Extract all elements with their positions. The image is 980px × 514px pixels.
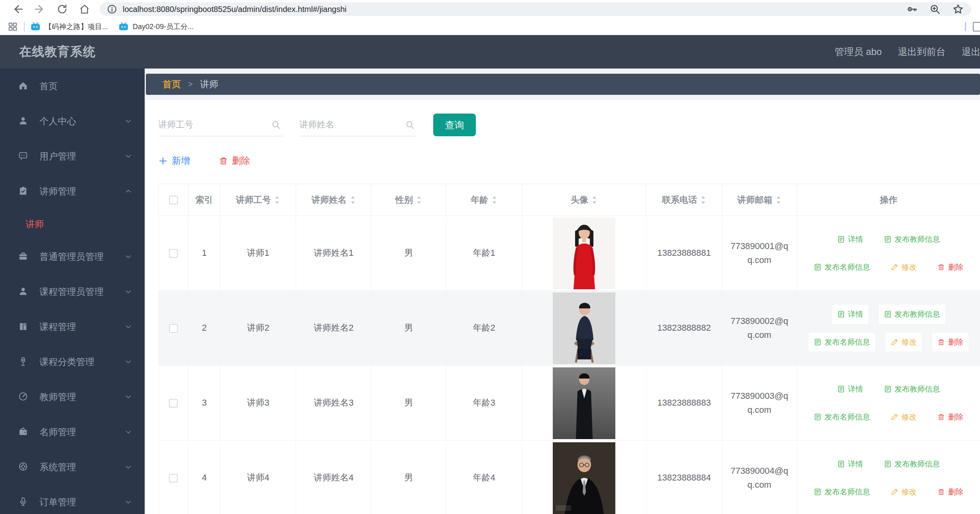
user2-icon bbox=[18, 286, 29, 297]
zoom-in-icon[interactable] bbox=[929, 3, 941, 15]
document-icon bbox=[884, 235, 892, 243]
app-header: 在线教育系统 管理员 abo 退出到前台 退出登录 bbox=[0, 35, 980, 69]
document-icon bbox=[814, 413, 821, 421]
edit-action[interactable]: 修改 bbox=[886, 408, 922, 426]
column-header-avatar[interactable]: 头像 bbox=[522, 184, 646, 216]
publish-teacher-action[interactable]: 发布教师信息 bbox=[879, 380, 945, 398]
sort-carets-icon[interactable] bbox=[350, 195, 356, 205]
chevron-down-icon bbox=[124, 152, 133, 161]
publish-famous-action[interactable]: 发布名师信息 bbox=[809, 408, 875, 426]
bookmark-star-icon[interactable] bbox=[952, 3, 964, 15]
column-header-email[interactable]: 讲师邮箱 bbox=[722, 184, 797, 216]
delete-action[interactable]: 删除 bbox=[932, 483, 968, 501]
sidebar-item-famous-teacher-mgmt[interactable]: 名师管理 bbox=[0, 414, 145, 449]
cell-checkbox[interactable] bbox=[159, 216, 189, 291]
column-header-gender[interactable]: 性别 bbox=[371, 184, 446, 216]
bookmark-day02[interactable]: Day02-09-员工分... bbox=[118, 22, 194, 31]
sidebar-item-label: 首页 bbox=[39, 80, 58, 92]
sort-carets-icon[interactable] bbox=[491, 195, 497, 205]
sidebar-item-admin-mgmt[interactable]: 普通管理员管理 bbox=[0, 239, 145, 274]
back-icon[interactable] bbox=[11, 3, 24, 16]
cell-checkbox[interactable] bbox=[159, 441, 189, 514]
row-checkbox[interactable] bbox=[169, 324, 178, 333]
sidebar-item-course-admin-mgmt[interactable]: 课程管理员管理 bbox=[0, 274, 145, 309]
detail-action[interactable]: 详情 bbox=[832, 380, 868, 398]
document-icon bbox=[884, 310, 892, 318]
edit-action[interactable]: 修改 bbox=[886, 483, 922, 501]
sidebar-item-user-mgmt[interactable]: 用户管理 bbox=[0, 139, 145, 174]
cell-checkbox[interactable] bbox=[159, 291, 189, 366]
add-button[interactable]: 新增 bbox=[158, 155, 190, 167]
row-checkbox[interactable] bbox=[169, 249, 178, 258]
edit-action[interactable]: 修改 bbox=[886, 258, 922, 277]
sort-carets-icon[interactable] bbox=[416, 195, 422, 205]
detail-action[interactable]: 详情 bbox=[832, 305, 868, 324]
search-icon bbox=[405, 120, 415, 130]
chevron-down-icon bbox=[124, 117, 133, 126]
sort-carets-icon[interactable] bbox=[274, 195, 280, 205]
sidebar-item-course-mgmt[interactable]: 课程管理 bbox=[0, 309, 145, 344]
sort-carets-icon[interactable] bbox=[776, 195, 782, 205]
home-button-icon[interactable] bbox=[78, 3, 91, 16]
row-checkbox[interactable] bbox=[169, 474, 178, 483]
cell-gonghao: 讲师1 bbox=[220, 216, 296, 291]
delete-selected-button[interactable]: 删除 bbox=[219, 155, 250, 167]
select-all-checkbox[interactable] bbox=[169, 196, 178, 204]
site-info-icon[interactable] bbox=[107, 4, 117, 14]
chevron-down-icon bbox=[124, 252, 133, 261]
sidebar-item-system-mgmt[interactable]: 系统管理 bbox=[0, 449, 145, 485]
sidebar-item-label: 普通管理员管理 bbox=[39, 251, 104, 263]
password-key-icon[interactable] bbox=[906, 3, 918, 15]
delete-action[interactable]: 删除 bbox=[932, 333, 968, 351]
query-button[interactable]: 查询 bbox=[433, 114, 476, 136]
cell-checkbox[interactable] bbox=[159, 366, 189, 441]
column-header-age[interactable]: 年龄 bbox=[446, 184, 522, 216]
publish-famous-action[interactable]: 发布名师信息 bbox=[809, 258, 875, 277]
sidebar-item-profile[interactable]: 个人中心 bbox=[0, 104, 145, 139]
sidebar-subitem-lecturer[interactable]: 讲师 bbox=[0, 209, 145, 239]
sort-carets-icon[interactable] bbox=[591, 195, 597, 205]
forward-icon[interactable] bbox=[33, 3, 46, 16]
cell-actions: 详情发布教师信息发布名师信息修改删除 bbox=[797, 291, 980, 366]
sort-carets-icon[interactable] bbox=[700, 195, 706, 205]
cell-index: 1 bbox=[189, 216, 220, 291]
sidebar-item-home[interactable]: 首页 bbox=[0, 69, 145, 104]
exit-to-front-link[interactable]: 退出到前台 bbox=[898, 45, 946, 58]
sidebar-item-course-category-mgmt[interactable]: 课程分类管理 bbox=[0, 344, 145, 379]
publish-teacher-action[interactable]: 发布教师信息 bbox=[879, 230, 945, 249]
column-header-checkbox[interactable] bbox=[159, 184, 189, 216]
publish-famous-action[interactable]: 发布名师信息 bbox=[809, 333, 875, 351]
column-header-phone[interactable]: 联系电话 bbox=[646, 184, 722, 216]
detail-action[interactable]: 详情 bbox=[832, 455, 868, 473]
sidebar-item-order-mgmt[interactable]: 订单管理 bbox=[0, 485, 145, 514]
clipboard-icon bbox=[18, 186, 29, 197]
cell-index: 2 bbox=[189, 291, 220, 366]
document-icon bbox=[814, 263, 821, 271]
apps-grid-icon[interactable] bbox=[6, 20, 19, 33]
delete-action[interactable]: 删除 bbox=[932, 408, 968, 426]
delete-action[interactable]: 删除 bbox=[932, 258, 968, 277]
breadcrumb-home-link[interactable]: 首页 bbox=[163, 78, 181, 90]
reload-icon[interactable] bbox=[56, 3, 69, 16]
bookmark-mashen[interactable]: 【码神之路】项目... bbox=[30, 22, 108, 31]
column-header-name[interactable]: 讲师姓名 bbox=[296, 184, 371, 216]
column-header-gonghao[interactable]: 讲师工号 bbox=[220, 184, 296, 216]
cell-age: 年龄4 bbox=[446, 441, 522, 514]
document-icon bbox=[814, 488, 821, 496]
edit-action[interactable]: 修改 bbox=[886, 333, 922, 351]
logout-link[interactable]: 退出登录 bbox=[962, 45, 980, 58]
row-checkbox[interactable] bbox=[169, 399, 178, 408]
lecturer-name-input[interactable] bbox=[299, 120, 417, 130]
sidebar-item-teacher-mgmt[interactable]: 教师管理 bbox=[0, 379, 145, 414]
detail-action[interactable]: 详情 bbox=[832, 230, 868, 249]
address-bar[interactable]: localhost:8080/springboot8525u/admin/dis… bbox=[100, 2, 971, 16]
lecturer-id-input[interactable] bbox=[158, 120, 283, 130]
publish-teacher-action[interactable]: 发布教师信息 bbox=[879, 455, 945, 473]
document-icon bbox=[837, 310, 845, 318]
cell-actions: 详情发布教师信息发布名师信息修改删除 bbox=[797, 216, 980, 291]
sidebar-item-label: 课程分类管理 bbox=[39, 356, 94, 368]
admin-user-label[interactable]: 管理员 abo bbox=[835, 45, 882, 58]
publish-teacher-action[interactable]: 发布教师信息 bbox=[879, 305, 945, 324]
sidebar-item-lecturer-mgmt[interactable]: 讲师管理 bbox=[0, 174, 145, 209]
publish-famous-action[interactable]: 发布名师信息 bbox=[809, 483, 875, 501]
